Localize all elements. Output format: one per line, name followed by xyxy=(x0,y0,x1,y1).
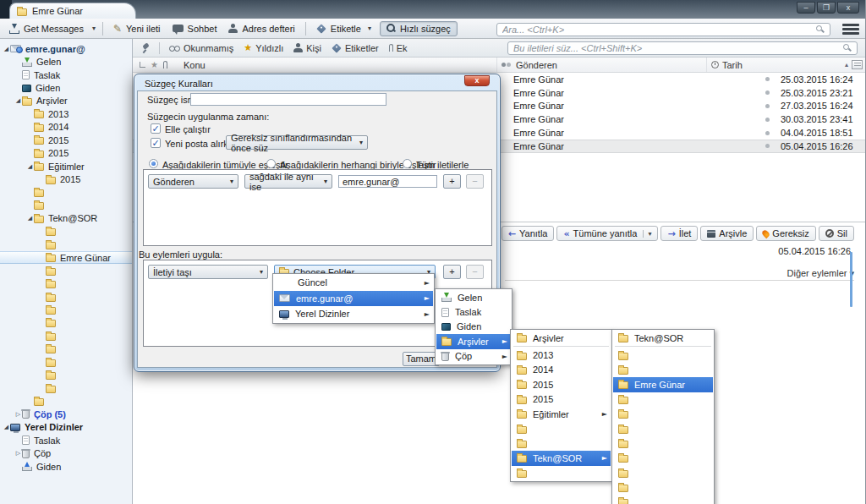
menu-item-folder[interactable] xyxy=(613,392,713,407)
menu-item-e-itimler[interactable]: Eğitimler► xyxy=(512,407,611,421)
match-all-radio[interactable] xyxy=(149,159,158,168)
sidebar-item-2015[interactable]: 2015 xyxy=(0,173,132,185)
menu-item-folder[interactable] xyxy=(613,436,713,451)
tab-emre-gunar[interactable]: Emre Günar xyxy=(9,3,136,19)
other-actions-button[interactable]: Diğer eylemler ▾ xyxy=(787,268,855,279)
chat-button[interactable]: Sohbet xyxy=(167,22,223,36)
menu-item-taslak[interactable]: Taslak xyxy=(436,304,511,319)
sidebar-item[interactable] xyxy=(0,369,132,381)
sidebar-item-tekn-sor[interactable]: ◢Tekn@SOR xyxy=(0,212,132,225)
menu-item-folder[interactable] xyxy=(512,421,611,436)
sidebar-item[interactable] xyxy=(0,290,132,303)
twisty-expanded-icon[interactable]: ◢ xyxy=(14,97,22,104)
get-messages-button[interactable]: Get Messages xyxy=(3,22,90,36)
global-search-input[interactable]: Ara... <Ctrl+K> xyxy=(496,23,830,36)
sidebar-item-2015[interactable]: 2015 xyxy=(0,134,132,146)
column-header-sender[interactable]: Gönderen xyxy=(496,58,706,72)
sidebar-item[interactable] xyxy=(0,316,132,329)
match-any-radio[interactable] xyxy=(266,159,276,168)
menu-item-ar-ivler[interactable]: Arşivler► xyxy=(436,334,511,348)
sidebar-item[interactable] xyxy=(0,186,132,199)
address-book-button[interactable]: Adres defteri xyxy=(222,22,300,36)
menu-item-ar-ivler[interactable]: Arşivler xyxy=(512,331,611,345)
twisty-expanded-icon[interactable]: ◢ xyxy=(3,46,10,52)
sidebar-item[interactable] xyxy=(0,381,132,394)
menu-item-folder[interactable] xyxy=(613,363,713,377)
menu-item-emre-g-nar[interactable]: Emre Günar xyxy=(613,377,713,392)
tag-button[interactable]: Etiketle ▾ xyxy=(310,21,380,36)
column-header-subject[interactable]: Konu xyxy=(184,60,496,70)
filter-search-input[interactable]: Bu iletileri süz... <Ctrl+Shift+K> xyxy=(507,41,858,55)
sidebar-item-2014[interactable]: 2014 xyxy=(0,121,132,134)
remove-action-button[interactable]: − xyxy=(466,265,484,279)
sidebar-item-taslak[interactable]: Taslak xyxy=(0,68,132,81)
sidebar-item[interactable] xyxy=(0,356,132,369)
sidebar-item-e-itimler[interactable]: ◢Eğitimler xyxy=(0,160,132,173)
add-condition-button[interactable]: + xyxy=(443,174,461,189)
sidebar-item[interactable] xyxy=(0,225,132,238)
sidebar-item[interactable] xyxy=(0,304,132,316)
twisty-expanded-icon[interactable]: ◢ xyxy=(26,163,34,170)
twisty-expanded-icon[interactable]: ◢ xyxy=(3,424,10,430)
sidebar-item-ar-ivler[interactable]: ◢Arşivler xyxy=(0,95,132,107)
manual-run-checkbox[interactable]: ✓ xyxy=(151,123,161,134)
condition-field-dropdown[interactable]: Gönderen▾ xyxy=(148,174,238,189)
menu-item--p[interactable]: Çöp► xyxy=(436,349,511,364)
pin-icon[interactable] xyxy=(141,43,151,53)
sidebar-item[interactable] xyxy=(0,342,132,355)
menu-item-tekn-sor[interactable]: Tekn@SOR xyxy=(613,331,713,345)
filter-toggle-glasses[interactable]: Okunmamış xyxy=(164,41,238,55)
menu-item-folder[interactable] xyxy=(613,451,713,465)
twisty-collapsed-icon[interactable]: ▷ xyxy=(14,411,22,418)
sidebar-item--p[interactable]: ▷Çöp xyxy=(0,447,132,460)
menu-item-2015[interactable]: 2015 xyxy=(512,392,611,407)
menu-item-tekn-sor[interactable]: Tekn@SOR► xyxy=(512,451,611,465)
sidebar-item[interactable] xyxy=(0,395,132,408)
menu-item-2013[interactable]: 2013 xyxy=(512,348,611,362)
delete-button[interactable]: Sil xyxy=(819,226,854,241)
close-button[interactable]: x xyxy=(837,2,859,14)
menu-item-folder[interactable] xyxy=(613,348,713,362)
sidebar-item-2013[interactable]: 2013 xyxy=(0,107,132,120)
action-dropdown[interactable]: İletiyi taşı▾ xyxy=(148,265,268,279)
menu-item-gelen[interactable]: Gelen xyxy=(436,290,511,304)
twisty-expanded-icon[interactable]: ◢ xyxy=(26,215,34,222)
sidebar-item-giden[interactable]: Giden xyxy=(0,460,132,473)
quick-filter-button[interactable]: Hızlı süzgeç xyxy=(380,21,458,36)
sidebar-item-taslak[interactable]: Taslak xyxy=(0,434,132,446)
new-mail-checkbox[interactable]: ✓ xyxy=(151,138,161,148)
menu-item-folder[interactable] xyxy=(512,466,611,480)
sidebar-item-giden[interactable]: Giden xyxy=(0,81,132,94)
sidebar-item[interactable] xyxy=(0,264,132,277)
reply-button[interactable]: ←Yanıtla xyxy=(502,226,555,241)
junk-timing-dropdown[interactable]: Gereksiz sınıflandırmasından önce süz ▾ xyxy=(226,135,368,150)
attachment-column-icon[interactable] xyxy=(163,61,167,68)
star-column-icon[interactable]: ★ xyxy=(151,60,158,69)
menu-item-giden[interactable]: Giden xyxy=(436,320,511,334)
sidebar-item[interactable] xyxy=(0,277,132,290)
app-menu-button[interactable] xyxy=(842,24,859,35)
filter-toggle-tag[interactable]: Etiketler xyxy=(326,41,384,55)
junk-button[interactable]: Gereksiz xyxy=(756,226,815,241)
replyall-button[interactable]: «Tümüne yanıtla▾ xyxy=(556,226,658,241)
filter-toggle-star[interactable]: ★Yıldızlı xyxy=(238,41,288,55)
menu-item-folder[interactable] xyxy=(512,436,611,451)
scrollbar[interactable] xyxy=(850,252,852,307)
sidebar-item[interactable] xyxy=(0,199,132,211)
get-messages-caret[interactable]: ▾ xyxy=(90,23,98,34)
column-picker-icon[interactable] xyxy=(852,60,863,69)
sidebar-item--p-5-[interactable]: ▷Çöp (5) xyxy=(0,408,132,420)
condition-value-input[interactable]: emre.gunar@ xyxy=(338,175,437,188)
sidebar-item-2015[interactable]: 2015 xyxy=(0,147,132,160)
menu-item-folder[interactable] xyxy=(613,421,713,436)
archive-button[interactable]: Arşivle xyxy=(700,226,754,241)
menu-item-yerel-dizinler[interactable]: Yerel Dizinler► xyxy=(274,306,433,322)
new-message-button[interactable]: ✎ Yeni ileti xyxy=(107,22,167,36)
condition-op-dropdown[interactable]: sağdaki ile aynı ise▾ xyxy=(244,174,332,189)
sidebar-item[interactable] xyxy=(0,330,132,342)
sidebar-item-gelen[interactable]: Gelen xyxy=(0,55,132,68)
thread-column-icon[interactable] xyxy=(140,62,145,68)
filter-toggle-clip[interactable]: Ek xyxy=(384,41,413,55)
maximize-button[interactable]: ❐ xyxy=(817,2,836,14)
sidebar-item[interactable] xyxy=(0,238,132,251)
